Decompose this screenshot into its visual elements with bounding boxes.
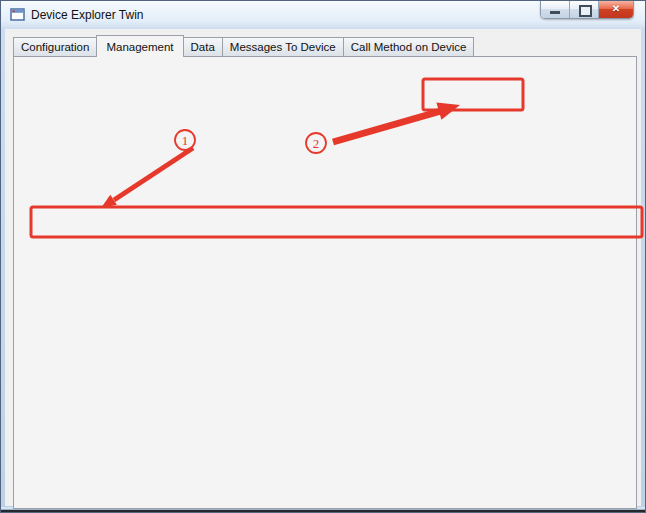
app-window: Device Explorer Twin ✕ Configuration Man… xyxy=(0,0,646,513)
close-button[interactable]: ✕ xyxy=(599,1,633,18)
tab-data[interactable]: Data xyxy=(183,37,223,56)
window-title: Device Explorer Twin xyxy=(31,8,144,22)
client-area: Configuration Management Data Messages T… xyxy=(5,29,641,506)
minimize-button[interactable] xyxy=(541,1,570,18)
maximize-button[interactable] xyxy=(570,1,599,18)
tab-messages-to-device[interactable]: Messages To Device xyxy=(222,37,344,56)
titlebar[interactable]: Device Explorer Twin ✕ xyxy=(1,1,645,29)
management-tab-panel xyxy=(13,56,637,509)
tab-call-method-on-device[interactable]: Call Method on Device xyxy=(343,37,475,56)
tab-strip: Configuration Management Data Messages T… xyxy=(13,35,473,56)
app-icon xyxy=(10,7,26,23)
minimize-icon xyxy=(550,11,560,14)
close-icon: ✕ xyxy=(599,3,633,14)
maximize-icon xyxy=(579,5,592,17)
tab-management[interactable]: Management xyxy=(96,35,183,57)
tab-configuration[interactable]: Configuration xyxy=(13,37,97,56)
window-controls: ✕ xyxy=(540,1,634,19)
